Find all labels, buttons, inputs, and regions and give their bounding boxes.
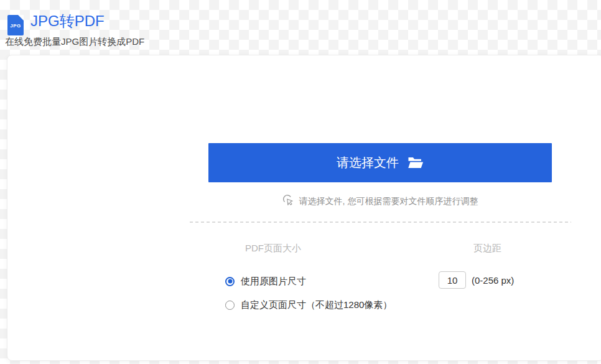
radio-option-original-size[interactable]: 使用原图片尺寸: [225, 275, 306, 287]
jpg-file-icon: JPG: [7, 15, 24, 35]
page-subtitle: 在线免费批量JPG图片转换成PDF: [5, 36, 144, 48]
jpg-file-icon-label: JPG: [7, 23, 24, 29]
margin-setting: (0-256 px): [439, 271, 514, 289]
converter-panel: 请选择文件 请选择文件, 您可根据需要对文件顺序进行调整 PDF页面大小 页边距…: [7, 55, 601, 361]
radio-option-custom-size[interactable]: 自定义页面尺寸（不超过1280像素）: [225, 299, 392, 311]
radio-option-label[interactable]: 自定义页面尺寸（不超过1280像素）: [241, 299, 392, 311]
upload-hint-text: 请选择文件, 您可根据需要对文件顺序进行调整: [299, 196, 478, 207]
page-title: JPG转PDF: [30, 11, 105, 31]
radio-button[interactable]: [225, 301, 235, 310]
radio-option-label[interactable]: 使用原图片尺寸: [241, 276, 306, 287]
select-files-button[interactable]: 请选择文件: [208, 143, 552, 182]
margin-input[interactable]: [439, 271, 466, 289]
click-cursor-icon: [282, 195, 294, 208]
dashed-divider: [190, 222, 571, 223]
folder-open-icon: [408, 156, 424, 169]
margin-range-hint: (0-256 px): [472, 275, 514, 286]
select-files-button-label: 请选择文件: [337, 154, 399, 171]
radio-button[interactable]: [225, 277, 235, 286]
upload-hint: 请选择文件, 您可根据需要对文件顺序进行调整: [208, 195, 552, 208]
page-size-column-header: PDF页面大小: [245, 243, 301, 254]
margin-column-header: 页边距: [473, 243, 501, 254]
